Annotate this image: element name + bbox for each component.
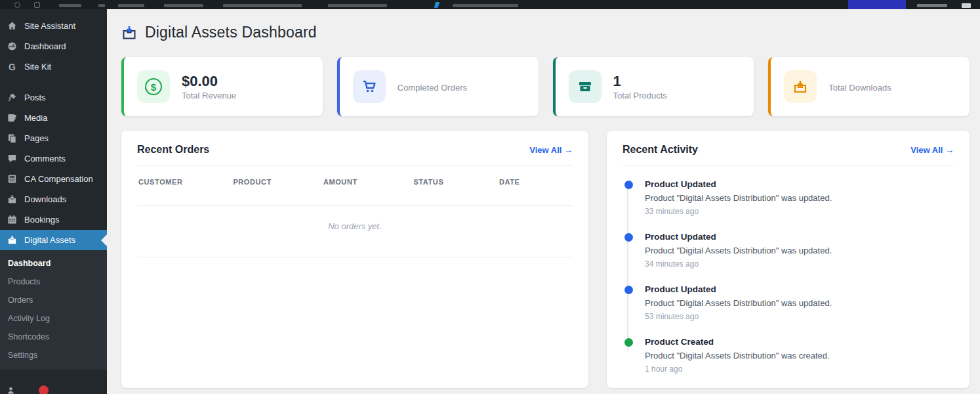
archive-icon	[569, 70, 602, 103]
download-icon	[7, 194, 18, 205]
column-product: PRODUCT	[233, 178, 323, 186]
activity-title: Product Updated	[645, 284, 954, 294]
google-g-icon: G	[7, 61, 18, 72]
notification-badge	[39, 385, 49, 394]
download-icon	[7, 234, 18, 246]
stat-label: Completed Orders	[398, 83, 467, 93]
stat-card-total-products: 1 Total Products	[553, 57, 754, 116]
site-name-text[interactable]	[59, 4, 81, 7]
adminbar-item[interactable]	[164, 4, 203, 7]
submenu-item-dashboard[interactable]: Dashboard	[0, 254, 107, 273]
sidebar-item-dashboard[interactable]: Dashboard	[0, 36, 107, 56]
view-all-activity-link[interactable]: View All →	[910, 145, 954, 155]
stat-label: Total Downloads	[828, 83, 891, 93]
sidebar-item-partial[interactable]	[0, 382, 107, 394]
sidebar-item-downloads[interactable]: Downloads	[0, 189, 107, 209]
activity-description: Product "Digital Assets Distribution" wa…	[645, 246, 954, 255]
sidebar-item-label: Media	[24, 113, 47, 123]
sidebar-item-label: Site Assistant	[24, 21, 75, 31]
sidebar-item-label: Digital Assets	[24, 235, 75, 245]
sidebar-item-label: CA Compensation	[24, 174, 93, 184]
panel-title: Recent Orders	[137, 144, 209, 156]
page-title: Digital Assets Dashboard	[145, 24, 317, 41]
view-all-orders-link[interactable]: View All →	[529, 145, 573, 155]
divider	[137, 257, 573, 257]
adminbar-item[interactable]	[453, 4, 518, 7]
howdy-user-text[interactable]	[917, 4, 947, 7]
submenu-item-orders[interactable]: Orders	[0, 291, 107, 309]
comment-icon	[7, 153, 18, 164]
main-content: Digital Assets Dashboard $ $0.00 Total R…	[107, 9, 980, 394]
sidebar-item-pages[interactable]: Pages	[0, 128, 107, 148]
stat-label: Total Products	[613, 91, 667, 100]
activity-item: Product Updated Product "Digital Assets …	[624, 232, 954, 269]
pushpin-icon	[7, 92, 18, 103]
activity-description: Product "Digital Assets Distribution" wa…	[645, 351, 954, 361]
media-icon	[7, 112, 18, 123]
sidebar-item-comments[interactable]: Comments	[0, 148, 107, 169]
activity-time: 33 minutes ago	[645, 207, 954, 216]
empty-orders-message: No orders yet.	[137, 206, 573, 247]
stat-value: $0.00	[182, 73, 236, 89]
divider	[623, 165, 954, 166]
stat-card-total-revenue: $ $0.00 Total Revenue	[121, 57, 323, 116]
sidebar-item-digital-assets[interactable]: Digital Assets	[0, 230, 107, 250]
sidebar-item-label: Posts	[24, 93, 46, 102]
admin-bar	[0, 0, 980, 9]
activity-dot-icon	[624, 286, 633, 294]
sidebar-item-bookings[interactable]: Bookings	[0, 209, 107, 230]
home-icon[interactable]	[34, 2, 40, 8]
column-amount: AMOUNT	[323, 178, 414, 186]
sidebar-item-site-assistant[interactable]: Site Assistant	[0, 16, 107, 36]
column-date: DATE	[499, 178, 571, 186]
admin-sidebar: Site Assistant Dashboard G Site Kit Post…	[0, 9, 107, 394]
submenu-item-shortcodes[interactable]: Shortcodes	[0, 328, 107, 346]
digital-assets-submenu: Dashboard Products Orders Activity Log S…	[0, 250, 107, 370]
wordpress-logo-icon[interactable]	[14, 2, 20, 8]
sidebar-item-posts[interactable]: Posts	[0, 87, 107, 108]
activity-title: Product Updated	[645, 232, 954, 242]
stat-card-total-downloads: Total Downloads	[768, 57, 970, 116]
sidebar-item-label: Dashboard	[24, 41, 66, 51]
activity-item: Product Created Product "Digital Assets …	[624, 337, 954, 374]
comments-icon[interactable]	[98, 4, 105, 7]
sidebar-item-label: Site Kit	[24, 62, 51, 72]
submenu-item-products[interactable]: Products	[0, 273, 107, 291]
column-status: STATUS	[413, 178, 499, 186]
cart-icon	[353, 70, 386, 103]
sidebar-item-media[interactable]: Media	[0, 108, 107, 128]
sidebar-item-ca-compensation[interactable]: CA Compensation	[0, 169, 107, 189]
page-header: Digital Assets Dashboard	[121, 24, 970, 41]
adminbar-item[interactable]	[223, 4, 302, 7]
submenu-item-settings[interactable]: Settings	[0, 346, 107, 364]
recent-orders-panel: Recent Orders View All → CUSTOMER PRODUC…	[121, 131, 588, 388]
pages-icon	[7, 133, 18, 144]
activity-time: 34 minutes ago	[645, 259, 954, 269]
stat-card-completed-orders: Completed Orders	[337, 57, 539, 116]
dashboard-gauge-icon	[7, 41, 18, 52]
stat-cards: $ $0.00 Total Revenue Completed Orders 1	[121, 57, 970, 116]
download-icon	[121, 25, 137, 41]
stat-value: 1	[613, 73, 667, 89]
avatar[interactable]	[962, 3, 971, 8]
activity-description: Product "Digital Assets Distribution" wa…	[645, 193, 954, 203]
calendar-icon	[7, 214, 18, 225]
panel-title: Recent Activity	[623, 144, 698, 156]
new-menu-text[interactable]	[118, 4, 144, 7]
adminbar-item[interactable]	[328, 4, 387, 7]
recent-activity-panel: Recent Activity View All → Product Updat…	[607, 131, 970, 388]
column-customer: CUSTOMER	[138, 178, 233, 186]
adminbar-accent-button[interactable]	[848, 0, 906, 9]
submenu-item-activity-log[interactable]: Activity Log	[0, 309, 107, 328]
sidebar-item-label: Pages	[24, 133, 49, 143]
activity-title: Product Updated	[645, 179, 954, 189]
activity-dot-icon	[624, 181, 633, 189]
activity-time: 1 hour ago	[645, 364, 954, 374]
activity-timeline: Product Updated Product "Digital Assets …	[623, 179, 954, 374]
sidebar-item-label: Comments	[24, 154, 66, 164]
person-icon	[7, 385, 16, 394]
sidebar-item-site-kit[interactable]: G Site Kit	[0, 56, 107, 77]
orders-table-header: CUSTOMER PRODUCT AMOUNT STATUS DATE	[137, 166, 573, 195]
activity-time: 53 minutes ago	[645, 312, 954, 321]
activity-item: Product Updated Product "Digital Assets …	[624, 179, 954, 216]
